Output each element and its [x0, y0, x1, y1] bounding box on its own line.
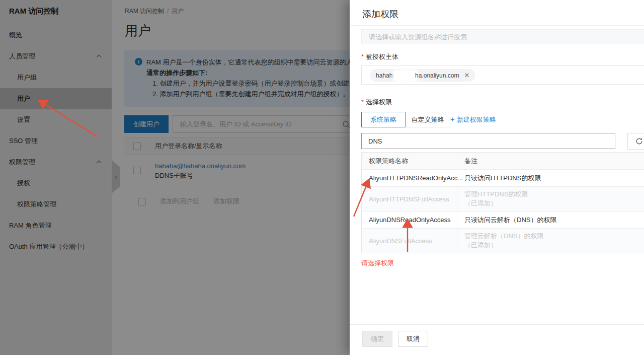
select-permission-label: *选择权限	[361, 98, 392, 107]
cancel-button[interactable]: 取消	[398, 331, 428, 347]
required-mark: *	[361, 53, 364, 60]
added-note: （已添加）	[464, 199, 644, 208]
policy-table: 权限策略名称 备注 AliyunHTTPDNSReadOnlyAcc... 只读…	[361, 152, 644, 253]
required-mark: *	[361, 98, 364, 106]
tab-custom-policy[interactable]: 自定义策略	[405, 112, 450, 127]
redaction-blur	[394, 71, 417, 80]
policy-row[interactable]: AliyunDNSReadOnlyAccess 只读访问云解析（DNS）的权限	[362, 211, 644, 228]
remove-subject-icon[interactable]: ✕	[464, 72, 469, 79]
policy-row-added: AliyunDNSFullAccess 管理云解析（DNS）的权限（已添加）	[362, 228, 644, 253]
policy-search-input[interactable]	[361, 133, 615, 149]
tab-system-policy[interactable]: 系统策略	[361, 112, 406, 127]
subject-tag-suffix: ha.onaliyun.com	[415, 72, 459, 79]
subject-tag-prefix: hahaha	[376, 72, 396, 79]
policy-row-added: AliyunHTTPDNSFullAccess 管理HTTPDNS的权限（已添加…	[362, 186, 644, 211]
subject-label: *被授权主体	[361, 52, 398, 61]
plus-icon: +	[450, 115, 455, 123]
policy-table-header: 权限策略名称 备注	[362, 153, 644, 169]
divider	[350, 25, 644, 26]
drawer-title: 添加权限	[362, 8, 398, 20]
validation-error: 请选择权限	[361, 259, 394, 268]
divider	[350, 324, 644, 325]
resource-group-select[interactable]	[361, 29, 644, 44]
policy-remark-header: 备注	[457, 153, 644, 169]
confirm-button[interactable]: 确定	[362, 331, 392, 347]
new-policy-link[interactable]: +新建权限策略	[450, 115, 496, 124]
refresh-button[interactable]	[627, 133, 644, 150]
add-permission-drawer: 添加权限 *被授权主体 hahaha ha.onaliyun.com ✕ *选择…	[350, 0, 644, 355]
added-note: （已添加）	[464, 241, 644, 250]
subject-tag: hahaha ha.onaliyun.com ✕	[370, 69, 475, 82]
modal-dim-overlay[interactable]	[0, 0, 350, 355]
policy-name-header: 权限策略名称	[362, 153, 457, 169]
subject-input[interactable]: hahaha ha.onaliyun.com ✕	[361, 65, 644, 85]
refresh-icon	[635, 137, 643, 145]
policy-row[interactable]: AliyunHTTPDNSReadOnlyAcc... 只读访问HTTPDNS的…	[362, 169, 644, 186]
ram-console-page: { "colors": { "accent": "#2b87cb", "butt…	[0, 0, 644, 355]
